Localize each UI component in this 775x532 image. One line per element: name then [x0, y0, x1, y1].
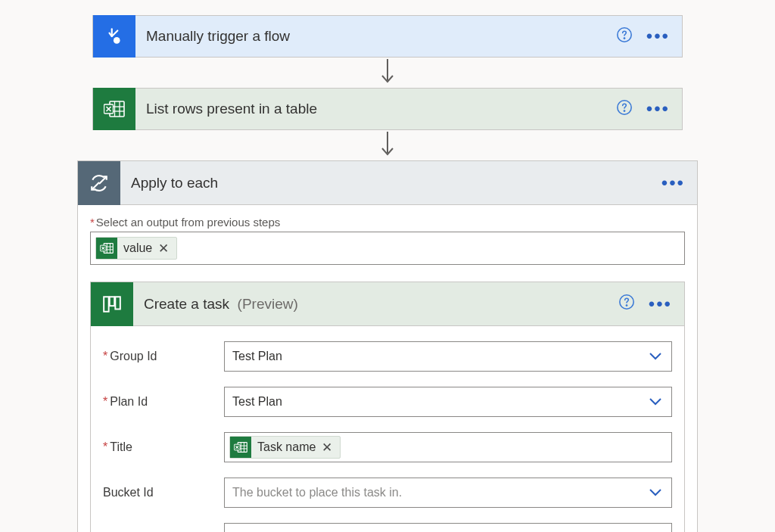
svg-point-11 — [624, 110, 625, 111]
field-group-id[interactable]: Test Plan — [224, 341, 672, 372]
step-listrows[interactable]: List rows present in a table ••• — [92, 88, 683, 130]
svg-rect-20 — [110, 297, 115, 306]
connector-arrow — [378, 58, 397, 88]
apply-header[interactable]: Apply to each ••• — [78, 161, 697, 205]
excel-icon — [96, 238, 117, 259]
more-menu[interactable]: ••• — [646, 105, 670, 113]
field-title[interactable]: Task name ✕ — [224, 432, 672, 462]
more-menu[interactable]: ••• — [649, 300, 672, 308]
chevron-down-icon — [649, 486, 662, 499]
svg-point-2 — [624, 37, 625, 39]
chevron-down-icon — [649, 395, 662, 409]
label-plan-id: *Plan Id — [103, 395, 216, 409]
label-title: *Title — [103, 440, 216, 454]
step-trigger-title: Manually trigger a flow — [135, 28, 616, 45]
token-text: Task name — [257, 440, 316, 454]
chevron-down-icon — [649, 350, 662, 363]
token-value[interactable]: value ✕ — [95, 237, 177, 260]
step-listrows-title: List rows present in a table — [135, 101, 616, 117]
field-bucket-id[interactable]: The bucket to place this task in. — [224, 478, 672, 508]
output-field[interactable]: value ✕ — [90, 232, 685, 265]
loop-icon — [78, 161, 120, 205]
step-create-task: Create a task (Preview) ••• — [90, 282, 685, 532]
step-apply-to-each: Apply to each ••• *Select an output from… — [77, 160, 698, 532]
field-plan-id[interactable]: Test Plan — [224, 387, 672, 417]
step-trigger[interactable]: Manually trigger a flow ••• — [92, 15, 683, 58]
more-menu[interactable]: ••• — [646, 33, 670, 40]
remove-token-icon[interactable]: ✕ — [158, 241, 169, 257]
planner-icon — [91, 282, 133, 326]
token-text: value — [123, 241, 152, 255]
svg-point-0 — [114, 37, 120, 44]
more-menu[interactable]: ••• — [661, 179, 685, 187]
create-task-header[interactable]: Create a task (Preview) ••• — [91, 282, 684, 326]
apply-title: Apply to each — [120, 175, 661, 191]
excel-icon — [230, 437, 251, 458]
svg-rect-21 — [115, 297, 120, 309]
label-bucket-id: Bucket Id — [103, 486, 216, 499]
token-task-name[interactable]: Task name ✕ — [229, 436, 341, 459]
trigger-icon — [93, 15, 135, 58]
help-icon[interactable] — [616, 26, 633, 47]
help-icon[interactable] — [616, 99, 633, 120]
excel-icon — [93, 88, 135, 130]
svg-rect-19 — [104, 297, 109, 312]
output-label: *Select an output from previous steps — [90, 216, 685, 229]
create-task-title: Create a task (Preview) — [133, 296, 618, 313]
connector-arrow — [378, 130, 397, 160]
help-icon[interactable] — [618, 294, 635, 314]
remove-token-icon[interactable]: ✕ — [322, 440, 332, 456]
label-group-id: *Group Id — [103, 350, 216, 363]
svg-point-23 — [626, 305, 627, 306]
field-start-date-time[interactable]: The datetime the task starts (Ex. '2018-… — [224, 523, 672, 532]
